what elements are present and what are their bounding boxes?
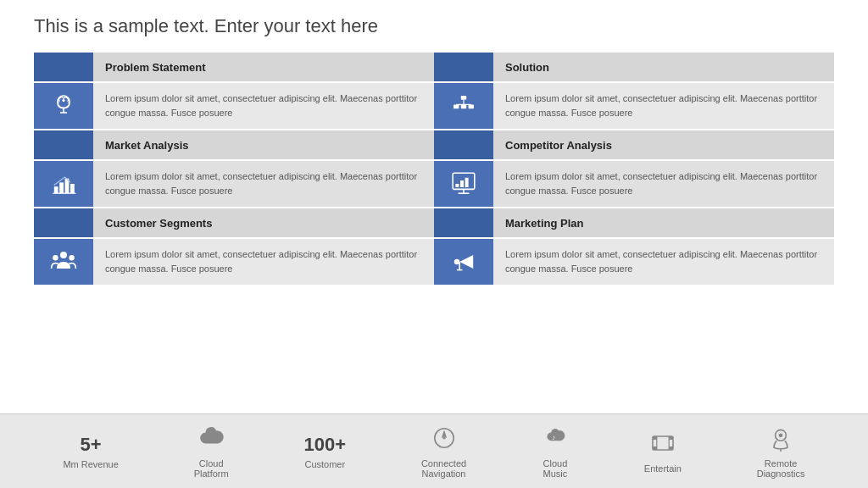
- svg-rect-12: [54, 186, 58, 193]
- svg-rect-38: [669, 446, 673, 450]
- right-icon-1: [434, 130, 493, 161]
- right-body-text-0: Lorem ipsum dolor sit amet, consectetuer…: [493, 83, 834, 130]
- content-table: Problem StatementSolution Lorem ipsum do…: [34, 53, 834, 285]
- footer-icon-label: Entertain: [644, 463, 682, 474]
- footer-item-3: Connected Navigation: [421, 424, 466, 479]
- svg-rect-18: [455, 184, 459, 187]
- footer-icon-film: [649, 430, 676, 460]
- footer-icon-cloud-music: ♪: [542, 424, 569, 455]
- svg-point-24: [53, 255, 58, 260]
- svg-marker-27: [459, 255, 473, 269]
- left-body-icon-1: [34, 161, 93, 208]
- right-icon-2: [434, 208, 493, 239]
- left-icon-0: [34, 53, 93, 83]
- svg-rect-4: [461, 96, 466, 100]
- svg-rect-6: [461, 104, 466, 108]
- svg-rect-5: [453, 104, 459, 108]
- main-content: This is a sample text. Enter your text h…: [0, 0, 868, 413]
- footer-icon-navigation: [431, 424, 458, 455]
- left-icon-1: [34, 130, 93, 161]
- footer-item-5: Entertain: [644, 430, 682, 474]
- right-body-text-2: Lorem ipsum dolor sit amet, consectetuer…: [493, 239, 834, 285]
- footer-icon-diagnostics: [767, 424, 794, 455]
- svg-rect-19: [460, 180, 464, 187]
- footer-icon-label: Connected Navigation: [421, 458, 466, 479]
- right-body-icon-0: [434, 83, 493, 130]
- svg-point-42: [779, 433, 783, 437]
- svg-point-26: [454, 259, 459, 264]
- footer-item-0: 5+Mm Revenue: [63, 434, 118, 469]
- svg-point-32: [442, 436, 445, 439]
- right-header-1: Competitor Analysis: [493, 130, 834, 161]
- footer-icon-label: Cloud Platform: [194, 458, 229, 479]
- right-body-text-1: Lorem ipsum dolor sit amet, consectetuer…: [493, 161, 834, 208]
- right-header-2: Marketing Plan: [493, 208, 834, 239]
- svg-point-25: [69, 255, 74, 260]
- svg-rect-36: [653, 446, 657, 450]
- svg-point-3: [62, 99, 64, 102]
- left-header-2: Customer Segments: [93, 208, 434, 239]
- footer-item-4: ♪ Cloud Music: [542, 424, 569, 479]
- svg-rect-7: [469, 104, 474, 108]
- left-header-0: Problem Statement: [93, 53, 434, 83]
- left-header-1: Market Analysis: [93, 130, 434, 161]
- footer-stat-label: Mm Revenue: [63, 459, 118, 469]
- left-body-text-1: Lorem ipsum dolor sit amet, consectetuer…: [93, 161, 434, 208]
- svg-rect-35: [653, 436, 657, 440]
- svg-rect-20: [465, 178, 469, 187]
- footer-item-1: Cloud Platform: [194, 424, 229, 479]
- svg-rect-15: [70, 184, 75, 193]
- svg-rect-13: [59, 183, 64, 194]
- left-body-text-0: Lorem ipsum dolor sit amet, consectetuer…: [93, 83, 434, 130]
- footer-stat-value: 100+: [304, 434, 347, 456]
- svg-text:♪: ♪: [552, 434, 555, 441]
- right-body-icon-2: [434, 239, 493, 285]
- footer-icon-cloud: [198, 424, 225, 455]
- footer-stat-value: 5+: [81, 434, 102, 456]
- left-body-icon-2: [34, 239, 93, 285]
- left-body-text-2: Lorem ipsum dolor sit amet, consectetuer…: [93, 239, 434, 285]
- footer: 5+Mm Revenue Cloud Platform100+Customer …: [0, 413, 868, 488]
- footer-icon-label: Cloud Music: [543, 458, 568, 479]
- svg-rect-37: [669, 436, 673, 440]
- footer-stat-label: Customer: [304, 459, 345, 469]
- footer-item-6: Remote Diagnostics: [757, 424, 805, 479]
- right-body-icon-1: [434, 161, 493, 208]
- right-icon-0: [434, 53, 493, 83]
- left-icon-2: [34, 208, 93, 239]
- footer-icon-label: Remote Diagnostics: [757, 458, 805, 479]
- footer-item-2: 100+Customer: [304, 434, 347, 469]
- slide: This is a sample text. Enter your text h…: [0, 0, 868, 488]
- svg-point-23: [60, 252, 67, 258]
- right-header-0: Solution: [493, 53, 834, 83]
- slide-title: This is a sample text. Enter your text h…: [34, 15, 834, 37]
- left-body-icon-0: [34, 83, 93, 130]
